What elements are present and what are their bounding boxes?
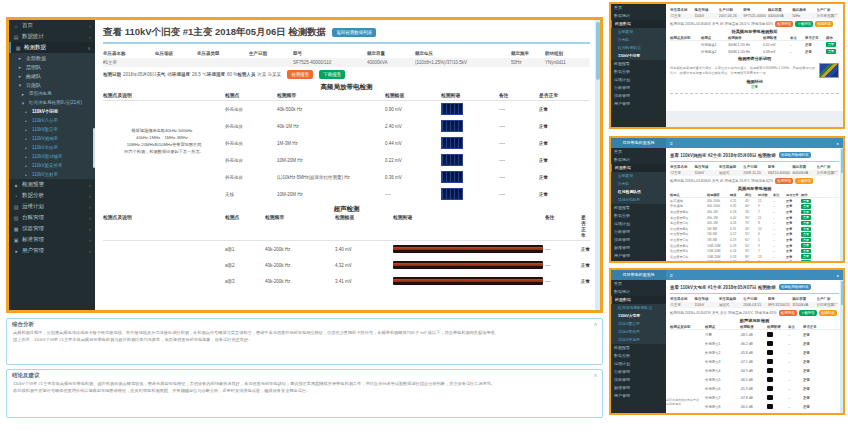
view-button[interactable]: 查看 (801, 221, 811, 226)
sidebar-item[interactable]: ● 用户管理 ‹ (9, 245, 95, 256)
back-button[interactable]: 返回列表 (819, 310, 837, 316)
sidebar-item[interactable]: ▩ 仪器管理 ‹ (9, 223, 95, 234)
scrollbar-thumb[interactable] (841, 281, 843, 305)
user-icon[interactable]: ● (837, 273, 839, 278)
sidebar-item[interactable]: 运维计划 (611, 76, 666, 84)
sidebar-item[interactable]: ▨ 台账管理 ‹ (9, 212, 95, 223)
sidebar-item[interactable]: • 110kV陈官变 (9, 125, 95, 134)
back-button[interactable]: 返回列表 (815, 21, 833, 27)
sidebar-item[interactable]: 110kV鸡街变 (611, 196, 666, 204)
spectrum-thumbnail[interactable] (441, 188, 463, 200)
sidebar-item[interactable]: ▣ 标准管理 ‹ (9, 234, 95, 245)
sidebar-item[interactable]: ▸ 昆明供电局 (9, 89, 95, 98)
view-button[interactable]: 查看 (801, 238, 811, 243)
sidebar-item[interactable]: 台账管理 (611, 228, 666, 236)
collapse-icon[interactable]: ˄ (594, 373, 597, 379)
spectrum-thumbnail[interactable] (767, 359, 773, 364)
sidebar-item[interactable]: 检测数据 (611, 164, 666, 172)
sidebar-item[interactable]: ▲ 检测预警 ‹ (9, 179, 95, 190)
sidebar-item[interactable]: • 110kV雨过铺变 (9, 152, 95, 161)
hamburger-icon[interactable]: ≡ (670, 140, 673, 146)
sidebar-item[interactable]: • 110kV羊街变 (9, 143, 95, 152)
content-scrollbar[interactable] (840, 280, 843, 413)
sidebar-item[interactable]: • 110kV芷村变 (9, 170, 95, 179)
download-report-button[interactable]: 下载报告 (795, 21, 813, 27)
sidebar-item[interactable]: • 110kV倘甸变 (9, 134, 95, 143)
view-button[interactable]: 查看 (801, 260, 811, 261)
sidebar-item[interactable]: 用户管理 (611, 392, 666, 400)
spectrum-thumbnail[interactable] (767, 386, 773, 391)
view-button[interactable]: 查看 (801, 254, 811, 259)
spectrum-thumbnail[interactable] (441, 103, 463, 115)
spectrum-thumbnail[interactable] (767, 368, 773, 373)
view-button[interactable]: 查看 (801, 243, 811, 248)
sidebar-item[interactable]: 首页 (611, 280, 666, 288)
sidebar-item[interactable]: 检测数据 (611, 296, 666, 304)
sidebar-item[interactable]: ⌂ 首页 ‹ (9, 20, 95, 31)
sidebar-item[interactable]: 红河供电局检测队伍 (611, 304, 666, 312)
view-button[interactable]: 查看 (801, 227, 811, 232)
sidebar-item[interactable]: 台账管理 (611, 368, 666, 376)
report-button[interactable]: 检测报告 (779, 310, 797, 316)
view-button[interactable]: 查看 (801, 215, 811, 220)
sidebar-item[interactable]: ▸ 全部数据 (9, 53, 95, 62)
sidebar-item[interactable]: 110kV开远变 (611, 336, 666, 344)
waveform-thumbnail[interactable] (393, 245, 543, 253)
view-button[interactable]: 查看 (801, 232, 811, 237)
sidebar-item[interactable]: 数据分析 (611, 352, 666, 360)
view-button[interactable]: 查看 (826, 42, 836, 47)
sidebar-item[interactable]: 首页 (611, 4, 666, 12)
report-button[interactable]: 检测报告 (775, 178, 793, 184)
sidebar-item[interactable]: ▾ 红河供电局检测队伍(21所) (9, 98, 95, 107)
download-report-button[interactable]: 下载报告 (799, 310, 817, 316)
content-scrollbar[interactable] (840, 148, 843, 261)
spectrum-thumbnail[interactable] (767, 377, 773, 382)
hamburger-icon[interactable]: ≡ (670, 272, 673, 278)
scrollbar-thumb[interactable] (596, 22, 600, 80)
sidebar-item[interactable]: ◔ 数据分析 ‹ (9, 190, 95, 201)
sidebar-item[interactable]: 数据分析 (611, 68, 666, 76)
sidebar-item[interactable]: 110kV蒙自变 (611, 320, 666, 328)
waveform-thumbnail[interactable] (393, 277, 543, 285)
report-button[interactable]: 检测报告 (775, 21, 793, 27)
waveform-thumbnail[interactable] (393, 261, 543, 269)
sidebar-item[interactable]: 检测数据 (611, 20, 666, 28)
spectrum-thumbnail[interactable] (441, 171, 463, 183)
spectrum-thumbnail[interactable] (441, 154, 463, 166)
view-button[interactable]: 查看 (801, 249, 811, 254)
sidebar-item[interactable]: 检测预警 (611, 344, 666, 352)
sidebar-item[interactable]: • 110kV八分变 (9, 116, 95, 125)
report-button[interactable]: 检测报告 (287, 70, 313, 79)
spectrum-thumbnail[interactable] (767, 404, 773, 409)
collapse-icon[interactable]: ˄ (594, 322, 597, 328)
sidebar-item[interactable]: 运维计划 (611, 360, 666, 368)
view-button[interactable]: 查看 (801, 204, 811, 209)
sidebar-item[interactable]: 用户管理 (611, 252, 666, 260)
content-scrollbar[interactable] (595, 20, 600, 310)
sidebar-item[interactable]: 台账管理 (611, 84, 666, 92)
result-link[interactable]: 正常 (670, 85, 839, 91)
sidebar-item[interactable]: • 110kV个旧变 (9, 107, 95, 116)
sidebar-item[interactable]: 数据统计 (611, 12, 666, 20)
view-button[interactable]: 查看 (826, 49, 836, 54)
sidebar-item[interactable]: 标准管理 (611, 244, 666, 252)
sidebar-item[interactable]: 数据统计 (611, 156, 666, 164)
sidebar-item[interactable]: 110kV草坝变 (611, 328, 666, 336)
view-button[interactable]: 查看 (801, 210, 811, 215)
sidebar-item[interactable]: 仪器管理 (611, 236, 666, 244)
sidebar-item[interactable]: 红河检测队伍 (611, 188, 666, 196)
sidebar-item[interactable]: 数据统计 (611, 288, 666, 296)
sidebar-item[interactable]: 检测预警 (611, 204, 666, 212)
sidebar-item[interactable]: 110kV大屯变 (611, 312, 666, 320)
spectrum-thumbnail[interactable] (441, 137, 463, 149)
sidebar-item[interactable]: 云南队 (611, 180, 666, 188)
sidebar-item[interactable]: 数据分析 (611, 212, 666, 220)
sidebar-item[interactable]: 首页 (611, 148, 666, 156)
sidebar-item[interactable]: ▤ 数据统计 ‹ (9, 31, 95, 42)
sidebar-item[interactable]: 标准管理 (611, 384, 666, 392)
view-button[interactable]: 查看 (801, 199, 811, 204)
scrollbar-thumb[interactable] (841, 149, 843, 173)
sidebar-item[interactable]: 检测预警 (611, 60, 666, 68)
download-report-button[interactable]: 下载报告 (319, 70, 345, 79)
spectrum-image[interactable] (819, 63, 839, 78)
